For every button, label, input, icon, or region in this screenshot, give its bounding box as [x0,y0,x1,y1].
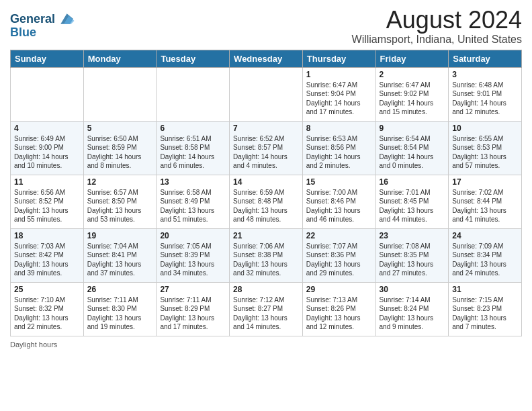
day-number: 19 [87,231,153,240]
day-number: 28 [233,285,299,294]
page: General Blue August 2024 Williamsport, I… [0,0,532,411]
day-number: 4 [14,124,80,133]
calendar-cell [230,67,303,121]
day-info: Sunrise: 6:47 AM Sunset: 9:04 PM Dayligh… [306,81,372,117]
day-number: 10 [452,124,518,133]
calendar-cell: 20Sunrise: 7:05 AM Sunset: 8:39 PM Dayli… [157,228,230,282]
day-number: 15 [306,177,372,187]
day-number: 13 [160,177,226,187]
day-number: 14 [233,177,299,187]
calendar-cell: 23Sunrise: 7:08 AM Sunset: 8:35 PM Dayli… [375,228,449,282]
calendar-cell: 17Sunrise: 7:02 AM Sunset: 8:44 PM Dayli… [449,175,522,228]
subtitle: Williamsport, Indiana, United States [352,34,522,46]
day-number: 27 [160,285,226,294]
day-number: 26 [87,285,153,294]
day-info: Sunrise: 6:55 AM Sunset: 8:53 PM Dayligh… [452,134,518,171]
day-number: 9 [380,124,445,133]
day-info: Sunrise: 7:11 AM Sunset: 8:30 PM Dayligh… [87,295,153,332]
day-number: 7 [233,124,299,133]
calendar-cell: 10Sunrise: 6:55 AM Sunset: 8:53 PM Dayli… [449,121,522,175]
calendar-cell [157,67,230,121]
day-info: Sunrise: 7:03 AM Sunset: 8:42 PM Dayligh… [14,242,80,278]
footer: Daylight hours [10,340,522,349]
weekday-header: Saturday [449,50,522,67]
day-info: Sunrise: 7:14 AM Sunset: 8:24 PM Dayligh… [380,295,445,332]
day-number: 6 [160,124,226,133]
day-info: Sunrise: 7:08 AM Sunset: 8:35 PM Dayligh… [380,242,445,278]
day-info: Sunrise: 6:50 AM Sunset: 8:59 PM Dayligh… [87,134,153,171]
weekday-header-row: SundayMondayTuesdayWednesdayThursdayFrid… [11,50,522,67]
calendar-cell: 25Sunrise: 7:10 AM Sunset: 8:32 PM Dayli… [11,282,84,336]
calendar-cell: 29Sunrise: 7:13 AM Sunset: 8:26 PM Dayli… [302,282,375,336]
day-number: 1 [306,70,372,79]
day-info: Sunrise: 6:56 AM Sunset: 8:52 PM Dayligh… [14,188,80,224]
calendar-cell: 1Sunrise: 6:47 AM Sunset: 9:04 PM Daylig… [302,67,375,121]
day-number: 12 [87,177,153,187]
day-info: Sunrise: 6:59 AM Sunset: 8:48 PM Dayligh… [233,188,299,224]
week-row: 4Sunrise: 6:49 AM Sunset: 9:00 PM Daylig… [11,121,522,175]
week-row: 18Sunrise: 7:03 AM Sunset: 8:42 PM Dayli… [11,228,522,282]
day-number: 5 [87,124,153,133]
calendar-cell: 4Sunrise: 6:49 AM Sunset: 9:00 PM Daylig… [11,121,84,175]
calendar-cell: 9Sunrise: 6:54 AM Sunset: 8:54 PM Daylig… [375,121,449,175]
calendar-cell: 8Sunrise: 6:53 AM Sunset: 8:56 PM Daylig… [302,121,375,175]
calendar-cell: 7Sunrise: 6:52 AM Sunset: 8:57 PM Daylig… [230,121,303,175]
day-info: Sunrise: 6:57 AM Sunset: 8:50 PM Dayligh… [87,188,153,224]
calendar-cell: 30Sunrise: 7:14 AM Sunset: 8:24 PM Dayli… [375,282,449,336]
calendar-cell: 11Sunrise: 6:56 AM Sunset: 8:52 PM Dayli… [11,175,84,228]
calendar-cell: 27Sunrise: 7:11 AM Sunset: 8:29 PM Dayli… [157,282,230,336]
day-number: 29 [306,285,372,294]
day-info: Sunrise: 7:01 AM Sunset: 8:45 PM Dayligh… [380,188,445,224]
day-info: Sunrise: 6:48 AM Sunset: 9:01 PM Dayligh… [452,81,518,117]
day-number: 2 [380,70,445,79]
day-number: 25 [14,285,80,294]
weekday-header: Monday [83,50,157,67]
day-info: Sunrise: 6:53 AM Sunset: 8:56 PM Dayligh… [306,134,372,171]
calendar-cell: 5Sunrise: 6:50 AM Sunset: 8:59 PM Daylig… [83,121,157,175]
weekday-header: Friday [375,50,449,67]
weekday-header: Wednesday [230,50,303,67]
weekday-header: Sunday [11,50,84,67]
calendar-cell: 2Sunrise: 6:47 AM Sunset: 9:02 PM Daylig… [375,67,449,121]
day-number: 31 [452,285,518,294]
calendar-cell: 3Sunrise: 6:48 AM Sunset: 9:01 PM Daylig… [449,67,522,121]
calendar-cell: 31Sunrise: 7:15 AM Sunset: 8:23 PM Dayli… [449,282,522,336]
day-info: Sunrise: 6:54 AM Sunset: 8:54 PM Dayligh… [380,134,445,171]
calendar-cell: 28Sunrise: 7:12 AM Sunset: 8:27 PM Dayli… [230,282,303,336]
day-number: 11 [14,177,80,187]
day-number: 30 [380,285,445,294]
calendar-cell: 13Sunrise: 6:58 AM Sunset: 8:49 PM Dayli… [157,175,230,228]
week-row: 1Sunrise: 6:47 AM Sunset: 9:04 PM Daylig… [11,67,522,121]
calendar-cell: 24Sunrise: 7:09 AM Sunset: 8:34 PM Dayli… [449,228,522,282]
day-info: Sunrise: 6:49 AM Sunset: 9:00 PM Dayligh… [14,134,80,171]
day-number: 23 [380,231,445,240]
day-number: 20 [160,231,226,240]
day-info: Sunrise: 7:12 AM Sunset: 8:27 PM Dayligh… [233,295,299,332]
day-info: Sunrise: 6:47 AM Sunset: 9:02 PM Dayligh… [380,81,445,117]
calendar-cell: 14Sunrise: 6:59 AM Sunset: 8:48 PM Dayli… [230,175,303,228]
day-info: Sunrise: 7:07 AM Sunset: 8:36 PM Dayligh… [306,242,372,278]
calendar-cell: 26Sunrise: 7:11 AM Sunset: 8:30 PM Dayli… [83,282,157,336]
calendar-cell [83,67,157,121]
day-info: Sunrise: 7:13 AM Sunset: 8:26 PM Dayligh… [306,295,372,332]
day-number: 16 [380,177,445,187]
calendar-cell: 21Sunrise: 7:06 AM Sunset: 8:38 PM Dayli… [230,228,303,282]
title-block: August 2024 Williamsport, Indiana, Unite… [352,7,522,46]
day-number: 24 [452,231,518,240]
day-info: Sunrise: 7:10 AM Sunset: 8:32 PM Dayligh… [14,295,80,332]
day-number: 8 [306,124,372,133]
calendar-cell [11,67,84,121]
week-row: 11Sunrise: 6:56 AM Sunset: 8:52 PM Dayli… [11,175,522,228]
day-info: Sunrise: 6:51 AM Sunset: 8:58 PM Dayligh… [160,134,226,171]
calendar-cell: 19Sunrise: 7:04 AM Sunset: 8:41 PM Dayli… [83,228,157,282]
day-number: 22 [306,231,372,240]
footer-label: Daylight hours [10,340,57,349]
weekday-header: Tuesday [157,50,230,67]
day-info: Sunrise: 7:09 AM Sunset: 8:34 PM Dayligh… [452,242,518,278]
day-number: 18 [14,231,80,240]
calendar: SundayMondayTuesdayWednesdayThursdayFrid… [10,50,522,336]
day-info: Sunrise: 6:58 AM Sunset: 8:49 PM Dayligh… [160,188,226,224]
logo: General Blue [10,7,75,40]
calendar-cell: 22Sunrise: 7:07 AM Sunset: 8:36 PM Dayli… [302,228,375,282]
calendar-cell: 12Sunrise: 6:57 AM Sunset: 8:50 PM Dayli… [83,175,157,228]
